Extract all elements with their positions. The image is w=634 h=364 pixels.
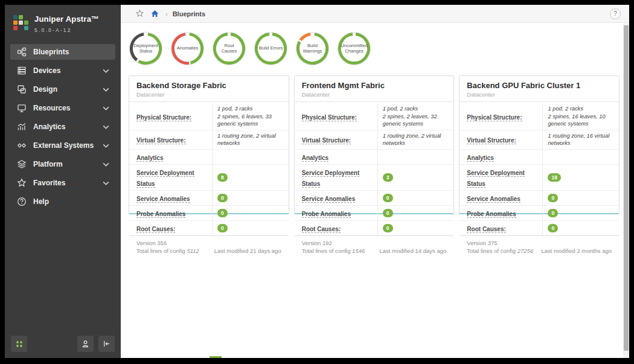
probe-anomalies-link[interactable]: Probe Anomalies [136,211,185,218]
physical-structure-value: 2 spines, 6 leaves, 33 generic systems [217,113,284,128]
service-deployment-status-link[interactable]: Service Deployment Status [467,170,525,188]
sidebar-item-platform[interactable]: Platform [10,156,115,172]
service-anomalies-link[interactable]: Service Anomalies [302,196,356,203]
user-button[interactable] [77,336,94,352]
table-row: Service Deployment Status 8 [129,165,289,191]
help-icon [17,197,27,206]
status-badge: 0 [548,224,558,232]
blueprint-card: Backend Storage Fabric Datacenter Physic… [129,75,289,214]
sidebar-item-label: Favorites [33,179,103,187]
ring-root-causes[interactable]: Root Causes [212,31,246,66]
sidebar-item-design[interactable]: Design [10,81,115,97]
status-badge: 0 [383,209,393,217]
ring-label: Uncommitted Changes [342,36,367,61]
sidebar-item-resources[interactable]: Resources [10,100,115,116]
physical-structure-link[interactable]: Physical Structure: [136,114,191,121]
service-anomalies-link[interactable]: Service Anomalies [136,196,190,203]
user-icon [81,339,90,348]
blueprint-type: Datacenter [136,91,281,98]
table-row: Physical Structure: 1 pod, 2 racks 2 spi… [295,103,454,130]
apps-grid-button[interactable] [11,336,27,352]
chevron-down-icon [103,68,109,74]
ring-build-errors[interactable]: Build Errors [254,31,288,66]
root-causes-link[interactable]: Root Causes: [302,226,341,233]
virtual-structure-link[interactable]: Virtual Structure: [467,137,516,144]
table-row: Service Anomalies 0 [459,191,619,206]
probe-anomalies-link[interactable]: Probe Anomalies [302,211,351,218]
app-window: Juniper Apstra™ 5.0.0-A-12 Blueprints [5,5,629,358]
star-icon [17,178,27,188]
ring-label: Build Warnings [300,36,325,61]
home-icon[interactable] [150,9,159,18]
table-row: Probe Anomalies 0 [459,206,619,221]
ring-label: Anomalies [175,36,200,61]
table-row: Probe Anomalies 0 [129,206,289,221]
ring-uncommitted-changes[interactable]: Uncommitted Changes [337,31,371,66]
design-icon [17,85,27,94]
status-rings: Deployment Status Anomalies Root Causes … [129,31,620,66]
sidebar-nav: Blueprints Devices Design [5,44,121,209]
service-deployment-status-link[interactable]: Service Deployment Status [136,170,194,188]
blueprints-icon [17,47,27,57]
last-modified-text: Last modified 14 days ago [379,247,446,254]
blueprint-cards: Backend Storage Fabric Datacenter Physic… [129,75,620,214]
table-row: Analytics [295,150,454,165]
analytics-link[interactable]: Analytics [136,155,163,162]
physical-structure-value: 1 pod, 2 racks [548,105,614,113]
sidebar-item-label: Platform [33,160,103,168]
version-text: Version 192 [302,240,380,246]
table-row: Virtual Structure: 1 routing zone, 2 vir… [295,130,454,150]
scrollbar-track[interactable] [623,24,629,358]
virtual-structure-link[interactable]: Virtual Structure: [302,137,351,144]
sidebar-item-help[interactable]: Help [10,194,115,209]
analytics-link[interactable]: Analytics [302,155,328,162]
status-badge: 0 [383,194,393,202]
last-modified-text: Last modified 2 months ago [541,247,612,254]
physical-structure-link[interactable]: Physical Structure: [467,114,522,121]
card-table: Physical Structure: 1 pod, 3 racks 2 spi… [129,102,289,235]
sidebar-item-external-systems[interactable]: External Systems [10,138,115,153]
status-badge: 18 [548,173,560,182]
table-row: Root Causes: 0 [129,221,289,235]
card-header: Frontend Mgmt Fabric Datacenter [295,76,454,102]
config-value: 27256 [517,247,533,254]
ring-deployment-status[interactable]: Deployment Status [129,31,163,66]
sidebar-item-favorites[interactable]: Favorites [10,175,115,191]
blueprint-title-link[interactable]: Frontend Mgmt Fabric [302,81,447,90]
sidebar-item-analytics[interactable]: Analytics [10,119,115,135]
sidebar-item-blueprints[interactable]: Blueprints [10,44,115,60]
breadcrumb-bar: › Blueprints ? [121,5,629,23]
scrollbar-thumb[interactable] [624,25,629,351]
last-modified-text: Last modified 21 days ago [214,247,281,254]
root-causes-link[interactable]: Root Causes: [467,226,505,233]
collapse-sidebar-button[interactable] [98,336,115,352]
ring-build-warnings[interactable]: Build Warnings [295,31,330,66]
ring-label: Deployment Status [133,36,158,61]
sidebar-item-label: Devices [33,66,103,75]
service-deployment-status-link[interactable]: Service Deployment Status [302,170,360,188]
sidebar-item-label: Analytics [33,123,103,131]
sidebar-item-devices[interactable]: Devices [10,63,115,78]
service-anomalies-link[interactable]: Service Anomalies [467,196,520,203]
blueprint-title-link[interactable]: Backend Storage Fabric [136,81,281,90]
sidebar-item-label: Resources [33,104,103,112]
root-causes-link[interactable]: Root Causes: [136,226,175,233]
physical-structure-link[interactable]: Physical Structure: [302,114,357,121]
ring-label: Root Causes [217,36,242,61]
analytics-link[interactable]: Analytics [467,155,493,162]
table-row: Root Causes: 0 [295,221,454,235]
virtual-structure-link[interactable]: Virtual Structure: [136,137,186,144]
green-dots-icon [14,339,24,349]
help-button[interactable]: ? [610,8,621,19]
probe-anomalies-link[interactable]: Probe Anomalies [467,211,516,218]
config-label: Total lines of config [467,247,516,254]
card-footer: Version 192 Total lines of config 1546 L… [295,235,454,258]
version-text: Version 356 [136,240,214,246]
blueprint-title-link[interactable]: Backend GPU Fabric Cluster 1 [467,81,612,90]
table-row: Service Anomalies 0 [129,191,289,206]
sidebar: Juniper Apstra™ 5.0.0-A-12 Blueprints [5,5,121,358]
ring-anomalies[interactable]: Anomalies [170,31,205,66]
table-row: Virtual Structure: 1 routing zone, 16 vi… [459,130,619,150]
sidebar-footer [5,336,121,352]
favorite-star-icon[interactable] [135,9,144,18]
